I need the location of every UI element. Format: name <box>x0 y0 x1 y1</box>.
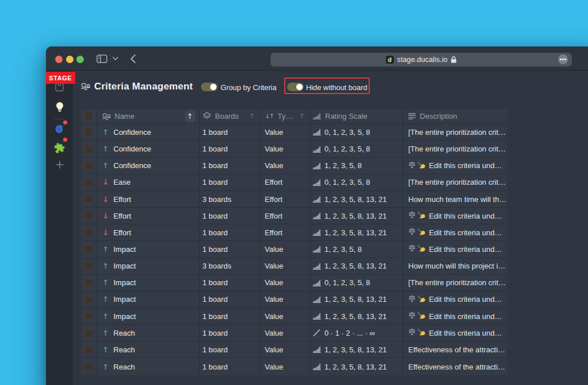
swirl-icon[interactable] <box>46 125 73 134</box>
sort-asc-faint-icon[interactable]: ↑ <box>299 112 305 120</box>
type-cell: Value <box>260 358 310 375</box>
puzzle-icon[interactable] <box>46 142 73 153</box>
checkbox[interactable] <box>84 228 93 237</box>
criteria-type: Value <box>265 312 283 321</box>
checkbox[interactable] <box>84 212 93 220</box>
checkbox[interactable] <box>84 178 93 187</box>
sidebar-toggle-icon[interactable] <box>96 46 107 71</box>
column-header-name[interactable]: Name↑ <box>96 108 199 123</box>
criteria-icon <box>102 111 111 120</box>
checkbox[interactable] <box>84 345 93 354</box>
criteria-name[interactable]: Effort <box>114 195 131 204</box>
row-checkbox[interactable] <box>81 208 96 224</box>
table-row[interactable]: ↑Confidence1 boardValue1, 2, 3, 5, 8Edit… <box>81 158 508 174</box>
criteria-name[interactable]: Confidence <box>114 128 152 137</box>
column-header-description[interactable]: Description <box>403 108 508 123</box>
checkbox[interactable] <box>84 161 93 170</box>
checkbox[interactable] <box>84 279 93 287</box>
criteria-name[interactable]: Impact <box>114 295 136 304</box>
criteria-name[interactable]: Impact <box>114 278 136 287</box>
criteria-name[interactable]: Impact <box>114 262 136 270</box>
rating-scale: 1, 2, 3, 5, 8, 13, 21 <box>324 363 386 371</box>
column-separator <box>96 308 97 324</box>
criteria-name[interactable]: Reach <box>114 345 136 354</box>
row-checkbox[interactable] <box>81 258 96 274</box>
chevron-down-icon[interactable] <box>111 46 119 71</box>
checkbox[interactable] <box>84 195 93 204</box>
name-cell: ↑Impact <box>96 291 199 308</box>
criteria-name[interactable]: Effort <box>114 228 131 237</box>
criteria-name[interactable]: Effort <box>114 212 131 220</box>
checkbox[interactable] <box>84 111 94 120</box>
row-checkbox[interactable] <box>81 241 96 257</box>
minimize-button[interactable] <box>66 56 74 63</box>
checkbox[interactable] <box>84 245 93 254</box>
row-checkbox[interactable] <box>81 358 96 375</box>
table-row[interactable]: ↑Confidence1 boardValue0, 1, 2, 3, 5, 8[… <box>81 141 508 157</box>
more-options-icon[interactable] <box>558 55 568 64</box>
checkbox[interactable] <box>84 295 93 304</box>
table-row[interactable]: ↑Impact1 boardValue1, 2, 3, 5, 8Edit thi… <box>81 241 508 258</box>
checkbox[interactable] <box>84 312 93 321</box>
row-checkbox[interactable] <box>81 224 96 240</box>
rating-scale-cell: 0, 1, 2, 3, 5, 8 <box>310 141 403 157</box>
checkbox[interactable] <box>84 128 93 137</box>
criteria-name[interactable]: Ease <box>114 178 131 186</box>
checkbox[interactable] <box>84 262 93 270</box>
table-row[interactable]: ↓Effort1 boardEffort1, 2, 3, 5, 8, 13, 2… <box>81 224 508 241</box>
table-row[interactable]: ↑Reach1 boardValue1, 2, 3, 5, 8, 13, 21E… <box>81 341 508 358</box>
row-checkbox[interactable] <box>81 191 96 207</box>
row-checkbox[interactable] <box>81 158 96 174</box>
criteria-name[interactable]: Confidence <box>114 145 152 153</box>
arrow-down-icon: ↓ <box>102 195 110 204</box>
notification-dot <box>63 138 67 142</box>
row-checkbox[interactable] <box>81 141 96 157</box>
bars-icon <box>313 279 321 286</box>
column-header-rating-scale[interactable]: Rating Scale <box>310 108 403 123</box>
zoom-button[interactable] <box>76 56 84 63</box>
criteria-name[interactable]: Reach <box>114 363 136 371</box>
table-row[interactable]: ↑Impact1 boardValue1, 2, 3, 5, 8, 13, 21… <box>81 291 508 308</box>
column-header-type[interactable]: ↓↑Ty…↑ <box>260 108 310 123</box>
table-row[interactable]: ↓Effort1 boardEffort1, 2, 3, 5, 8, 13, 2… <box>81 208 508 224</box>
select-all-checkbox[interactable] <box>81 108 96 123</box>
checkbox[interactable] <box>84 329 93 337</box>
arrow-down-icon: ↓ <box>102 178 110 186</box>
sort-asc-faint-icon[interactable]: ↑ <box>249 112 255 120</box>
criteria-name[interactable]: Reach <box>114 329 136 337</box>
table-row[interactable]: ↑Reach1 boardValue1, 2, 3, 5, 8, 13, 21E… <box>81 358 508 375</box>
checkbox[interactable] <box>84 145 93 153</box>
rating-scale: 1, 2, 3, 5, 8, 13, 21 <box>324 195 386 204</box>
sort-asc-active-icon[interactable]: ↑ <box>185 110 195 122</box>
group-by-criteria-toggle[interactable] <box>201 83 218 92</box>
criteria-name[interactable]: Impact <box>114 245 136 254</box>
row-checkbox[interactable] <box>81 308 96 324</box>
table-row[interactable]: ↑Impact1 boardValue1, 2, 3, 5, 8, 13, 21… <box>81 308 508 325</box>
journal-icon[interactable] <box>46 83 73 92</box>
table-row[interactable]: ↑Impact3 boardsValue1, 2, 3, 5, 8, 13, 2… <box>81 258 508 275</box>
column-separator <box>403 241 403 257</box>
criteria-name[interactable]: Impact <box>114 312 136 321</box>
row-checkbox[interactable] <box>81 291 96 308</box>
arrow-up-icon: ↑ <box>102 363 110 371</box>
lightbulb-icon[interactable] <box>46 102 73 112</box>
row-checkbox[interactable] <box>81 174 96 190</box>
checkbox[interactable] <box>84 363 93 371</box>
table-row[interactable]: ↑Impact1 boardValue0, 1, 2, 3, 5, 8[The … <box>81 275 508 291</box>
row-checkbox[interactable] <box>81 275 96 291</box>
rating-scale-cell: 1, 2, 3, 5, 8, 13, 21 <box>310 358 403 375</box>
table-row[interactable]: ↑Reach1 boardValue0 · 1 · 2 · ... · ∞Edi… <box>81 325 508 341</box>
table-row[interactable]: ↓Effort3 boardsEffort1, 2, 3, 5, 8, 13, … <box>81 191 508 208</box>
back-icon[interactable] <box>129 46 137 71</box>
url-bar[interactable]: d stage.ducalis.io <box>270 53 572 67</box>
row-checkbox[interactable] <box>81 124 96 140</box>
criteria-name[interactable]: Confidence <box>114 161 152 170</box>
table-row[interactable]: ↓Ease1 boardEffort0, 1, 2, 3, 5, 8[The e… <box>81 174 508 191</box>
row-checkbox[interactable] <box>81 325 96 341</box>
table-row[interactable]: ↑Confidence1 boardValue0, 1, 2, 3, 5, 8[… <box>81 124 508 141</box>
plus-icon[interactable] <box>46 161 73 169</box>
close-button[interactable] <box>55 56 63 63</box>
type-cell: Value <box>260 141 310 157</box>
row-checkbox[interactable] <box>81 341 96 357</box>
column-header-boards[interactable]: Boards↑ <box>199 108 261 123</box>
